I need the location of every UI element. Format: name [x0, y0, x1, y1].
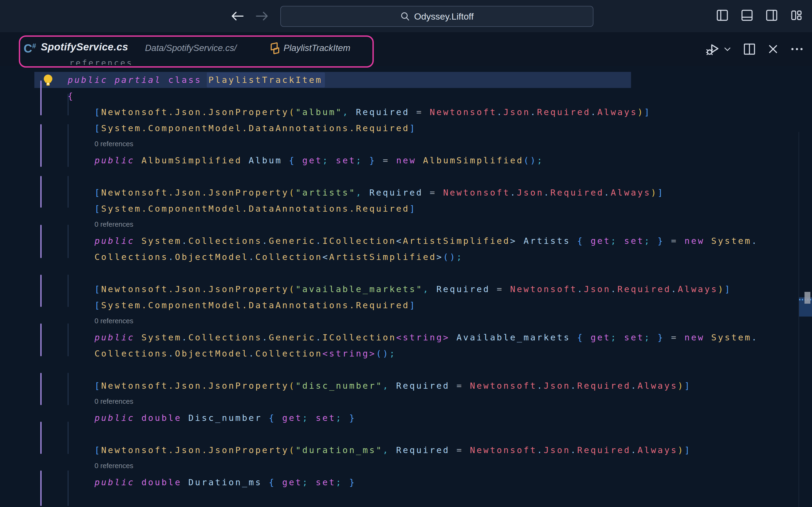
search-value: Odyssey.Liftoff	[414, 11, 474, 22]
editor-window: Odyssey.Liftoff references C# SpotifySer…	[0, 0, 812, 507]
class-symbol-icon	[269, 41, 282, 56]
codelens-references: 0 references	[95, 394, 134, 410]
modified-gutter-bar	[40, 422, 42, 454]
code-editor[interactable]: public partial class PlaylistTrackItem{ …	[0, 66, 812, 507]
code-line: public AlbumSimplified Album { get; set;…	[68, 152, 544, 168]
code-line: public System.Collections.Generic.IColle…	[68, 233, 758, 249]
overview-ruler-marker	[805, 292, 810, 304]
clipped-code-line: references	[69, 58, 133, 65]
codelens-references: 0 references	[95, 217, 134, 233]
code-line: public System.Collections.Generic.IColle…	[68, 329, 758, 345]
code-line: {	[68, 88, 74, 104]
tab-bar: references C# SpotifyService.cs Data/Spo…	[0, 32, 812, 68]
run-or-debug-button[interactable]	[706, 42, 732, 57]
modified-gutter-bar	[40, 176, 42, 208]
command-center-search[interactable]: Odyssey.Liftoff	[280, 6, 594, 27]
code-line: Collections.ObjectModel.Collection<strin…	[68, 345, 396, 361]
breadcrumb[interactable]: Data/SpotifyService.cs/	[145, 43, 237, 53]
more-actions-icon[interactable]	[790, 43, 804, 55]
modified-gutter-bar	[40, 80, 42, 115]
code-line: public double Duration_ms { get; set; }	[68, 474, 356, 490]
code-line: Collections.ObjectModel.Collection<Artis…	[68, 249, 463, 265]
close-icon[interactable]	[767, 43, 779, 55]
lightbulb-icon[interactable]	[42, 74, 54, 87]
code-line: [Newtonsoft.Json.JsonProperty("album", R…	[68, 104, 651, 120]
modified-gutter-bar	[40, 324, 42, 356]
toggle-secondary-sidebar-icon[interactable]	[765, 9, 778, 21]
code-line: [Newtonsoft.Json.JsonProperty("disc_numb…	[68, 378, 691, 394]
code-line: [System.ComponentModel.DataAnnotations.R…	[68, 201, 416, 217]
codelens-references: 0 references	[95, 458, 134, 474]
code-line: [System.ComponentModel.DataAnnotations.R…	[68, 297, 416, 313]
scrollbar[interactable]	[799, 132, 812, 507]
modified-gutter-bar	[40, 470, 42, 506]
toggle-panel-icon[interactable]	[741, 9, 754, 21]
code-line: [Newtonsoft.Json.JsonProperty("duration_…	[68, 442, 691, 458]
class-declaration: public partial class PlaylistTrackItem	[68, 72, 322, 88]
toggle-primary-sidebar-icon[interactable]	[716, 9, 729, 21]
back-arrow-icon[interactable]	[229, 7, 246, 25]
title-bar: Odyssey.Liftoff	[0, 0, 812, 32]
modified-gutter-bar	[40, 124, 42, 167]
code-line: [System.ComponentModel.DataAnnotations.R…	[68, 120, 416, 136]
csharp-file-icon: C#	[23, 42, 36, 55]
modified-gutter-bar	[40, 373, 42, 405]
breadcrumb-symbol[interactable]: PlaylistTrackItem	[284, 43, 350, 53]
codelens-references: 0 references	[95, 136, 134, 152]
code-line: public double Disc_number { get; set; }	[68, 410, 356, 426]
code-line: [Newtonsoft.Json.JsonProperty("available…	[68, 281, 731, 297]
codelens-references: 0 references	[95, 313, 134, 329]
chevron-down-icon	[723, 45, 732, 54]
customize-layout-icon[interactable]	[790, 9, 803, 21]
modified-gutter-bar	[40, 275, 42, 307]
tab-file-name[interactable]: SpotifyService.cs	[41, 41, 128, 53]
search-icon	[400, 11, 410, 21]
split-editor-icon[interactable]	[743, 42, 756, 56]
code-line: [Newtonsoft.Json.JsonProperty("artists",…	[68, 184, 664, 201]
forward-arrow-icon[interactable]	[253, 7, 271, 25]
modified-gutter-bar	[40, 225, 42, 258]
